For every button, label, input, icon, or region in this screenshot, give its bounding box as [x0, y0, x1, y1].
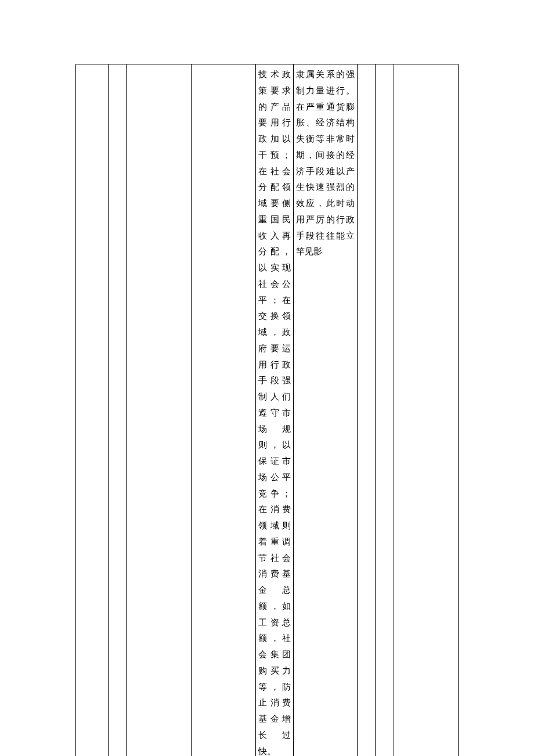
cell-empty — [126, 64, 191, 757]
comparison-table: 技术政策要求的产品要用行政加以干预；在社会分配领域要侧重国民收入再分配，以实现社… — [75, 64, 459, 756]
cell-empty — [108, 64, 126, 757]
table-row: 技术政策要求的产品要用行政加以干预；在社会分配领域要侧重国民收入再分配，以实现社… — [76, 64, 459, 757]
cell-empty — [192, 64, 256, 757]
cell-empty — [376, 64, 394, 757]
cell-text: 隶属关系的强制力量进行。在严重通货膨胀、经济结构失衡等非常时期，间接的经济手段难… — [293, 64, 357, 757]
document-page: 技术政策要求的产品要用行政加以干预；在社会分配领域要侧重国民收入再分配，以实现社… — [0, 0, 534, 756]
cell-empty — [394, 64, 458, 757]
cell-empty — [358, 64, 376, 757]
cell-empty — [76, 64, 109, 757]
cell-text: 技术政策要求的产品要用行政加以干预；在社会分配领域要侧重国民收入再分配，以实现社… — [256, 64, 294, 757]
